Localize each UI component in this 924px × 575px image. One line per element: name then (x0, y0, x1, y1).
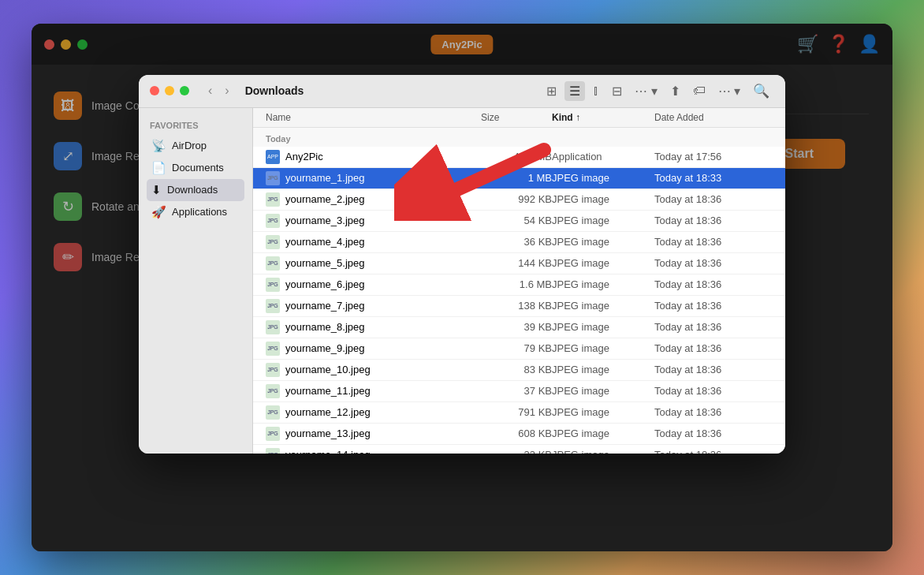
app-window: Any2Pic 🛒 ❓ 👤 🖼 Image Convert ⤢ Image Re… (32, 24, 892, 551)
section-today: Today (253, 128, 785, 147)
file-name: yourname_3.jpeg (285, 215, 364, 226)
file-thumbnail: JPG (266, 320, 280, 334)
search-button[interactable]: 🔍 (748, 80, 774, 102)
dialog-favorites-section: Favorites 📡 AirDrop 📄 Documents (205, 121, 252, 223)
dialog-sidebar-item-label-applications: Applications (205, 206, 227, 218)
tag-button[interactable]: 🏷 (688, 81, 710, 100)
dialog-forward-button[interactable]: › (220, 82, 233, 99)
file-list-header: Name Size Kind ↑ Date Added (253, 108, 785, 128)
share-button[interactable]: ⬆ (665, 81, 685, 101)
dialog-sidebar-item-documents[interactable]: 📄 Documents (205, 157, 244, 179)
file-size: 79 KB (481, 342, 552, 354)
file-row[interactable]: APP Any2Pic 47.7 MB Application Today at… (253, 147, 785, 168)
file-date: Today at 18:36 (654, 215, 773, 226)
file-size: 608 KB (481, 428, 552, 439)
file-kind: JPEG image (552, 300, 654, 312)
file-date: Today at 18:36 (654, 449, 773, 454)
file-date: Today at 18:33 (654, 172, 773, 184)
file-date: Today at 18:36 (654, 364, 773, 375)
file-kind: JPEG image (552, 278, 654, 290)
dialog-title-bar: ‹ › Downloads ⊞ ☰ ⫿ ⊟ ⋯ ▾ ⬆ 🏷 ⋯ ▾ (205, 75, 785, 108)
file-rows-container: APP Any2Pic 47.7 MB Application Today at… (253, 147, 785, 454)
file-kind: JPEG image (552, 215, 654, 226)
file-name-cell: JPG yourname_12.jpeg (266, 405, 481, 420)
file-row[interactable]: JPG yourname_5.jpeg 144 KB JPEG image To… (253, 253, 785, 274)
dialog-body: Favorites 📡 AirDrop 📄 Documents (205, 108, 785, 454)
file-row[interactable]: JPG yourname_9.jpeg 79 KB JPEG image Tod… (253, 338, 785, 360)
dialog-sidebar-title: Favorites (205, 121, 244, 130)
header-size[interactable]: Size (481, 112, 552, 123)
file-kind: JPEG image (552, 172, 654, 184)
dialog-sidebar-item-label-airdrop: AirDrop (205, 140, 207, 151)
dialog-back-button[interactable]: ‹ (205, 82, 217, 99)
file-thumbnail: JPG (266, 256, 280, 271)
file-thumbnail: JPG (266, 192, 280, 207)
right-panel: 📄 Add File 📁 Add Folder 🗑 Clear All (205, 65, 892, 551)
file-date: Today at 18:36 (654, 257, 773, 269)
file-name-cell: JPG yourname_13.jpeg (266, 427, 481, 441)
view-gallery-button[interactable]: ⊟ (607, 81, 627, 101)
file-kind: JPEG image (552, 193, 654, 205)
file-row[interactable]: JPG yourname_14.jpeg 33 KB JPEG image To… (253, 445, 785, 454)
file-size: 144 KB (481, 257, 552, 269)
file-kind: JPEG image (552, 428, 654, 439)
view-icons-button[interactable]: ⊞ (542, 81, 561, 101)
file-row[interactable]: JPG yourname_1.jpeg 1 MB JPEG image Toda… (253, 168, 785, 189)
dialog-sidebar-item-downloads[interactable]: ⬇ Downloads (205, 179, 244, 201)
view-columns-button[interactable]: ⫿ (588, 81, 604, 100)
file-thumbnail: JPG (266, 342, 280, 356)
view-options-button[interactable]: ⋯ ▾ (630, 81, 661, 101)
file-row[interactable]: JPG yourname_11.jpeg 37 KB JPEG image To… (253, 381, 785, 402)
file-kind: Application (552, 151, 654, 162)
file-size: 37 KB (481, 385, 552, 397)
file-name-cell: JPG yourname_9.jpeg (266, 342, 481, 356)
file-kind: JPEG image (552, 449, 654, 454)
file-size: 1 MB (481, 172, 552, 184)
file-name: yourname_12.jpeg (285, 406, 371, 418)
more-button[interactable]: ⋯ ▾ (713, 81, 745, 101)
file-kind: JPEG image (552, 321, 654, 333)
file-name-cell: JPG yourname_7.jpeg (266, 299, 481, 313)
header-kind[interactable]: Kind ↑ (552, 112, 654, 123)
dialog-sidebar-item-airdrop[interactable]: 📡 AirDrop (205, 135, 244, 157)
header-date[interactable]: Date Added (654, 112, 773, 123)
file-thumbnail: JPG (266, 278, 280, 292)
file-date: Today at 18:36 (654, 342, 773, 354)
file-row[interactable]: JPG yourname_6.jpeg 1.6 MB JPEG image To… (253, 274, 785, 296)
file-size: 83 KB (481, 364, 552, 375)
file-date: Today at 18:36 (654, 278, 773, 290)
file-row[interactable]: JPG yourname_8.jpeg 39 KB JPEG image Tod… (253, 317, 785, 338)
file-name-cell: JPG yourname_6.jpeg (266, 278, 481, 292)
file-name-cell: JPG yourname_11.jpeg (266, 384, 481, 398)
file-row[interactable]: JPG yourname_10.jpeg 83 KB JPEG image To… (253, 360, 785, 381)
file-thumbnail: JPG (266, 405, 280, 420)
file-size: 36 KB (481, 236, 552, 248)
file-kind: JPEG image (552, 257, 654, 269)
header-name[interactable]: Name (266, 112, 481, 123)
file-name-cell: JPG yourname_5.jpeg (266, 256, 481, 271)
file-row[interactable]: JPG yourname_3.jpeg 54 KB JPEG image Tod… (253, 211, 785, 232)
file-row[interactable]: JPG yourname_2.jpeg 992 KB JPEG image To… (253, 189, 785, 211)
file-row[interactable]: JPG yourname_13.jpeg 608 KB JPEG image T… (253, 424, 785, 445)
file-thumbnail: JPG (266, 299, 280, 313)
file-name: yourname_7.jpeg (285, 300, 364, 312)
file-kind: JPEG image (552, 342, 654, 354)
file-name: yourname_1.jpeg (285, 172, 364, 184)
dialog-sidebar-item-applications[interactable]: 🚀 Applications (205, 201, 244, 223)
file-kind: JPEG image (552, 385, 654, 397)
file-name: yourname_5.jpeg (285, 257, 364, 269)
file-size: 138 KB (481, 300, 552, 312)
file-thumbnail: JPG (266, 171, 280, 185)
file-row[interactable]: JPG yourname_7.jpeg 138 KB JPEG image To… (253, 296, 785, 317)
file-name: yourname_14.jpeg (285, 449, 371, 454)
dialog-file-list[interactable]: Name Size Kind ↑ Date Added Today APP An… (253, 108, 785, 454)
file-thumbnail: JPG (266, 363, 280, 377)
file-row[interactable]: JPG yourname_4.jpeg 36 KB JPEG image Tod… (253, 232, 785, 253)
file-row[interactable]: JPG yourname_12.jpeg 791 KB JPEG image T… (253, 402, 785, 424)
file-size: 33 KB (481, 449, 552, 454)
file-date: Today at 18:36 (654, 406, 773, 418)
file-name: yourname_13.jpeg (285, 428, 371, 439)
file-size: 992 KB (481, 193, 552, 205)
view-list-button[interactable]: ☰ (564, 81, 585, 101)
file-date: Today at 18:36 (654, 428, 773, 439)
